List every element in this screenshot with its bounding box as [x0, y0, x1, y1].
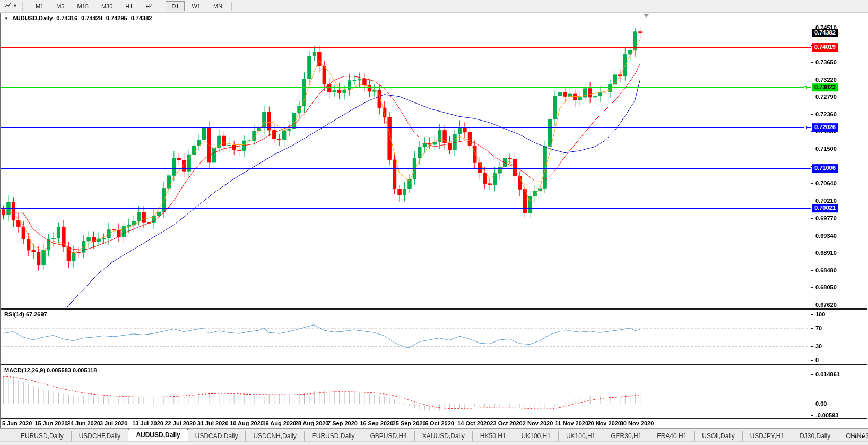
chart-symbol-label: AUDUSD,Daily: [12, 15, 53, 21]
hline-price-badge: 0.73023: [812, 83, 838, 92]
chart-low-value: 0.74295: [106, 15, 127, 21]
chart-tab-usdjpy-h1[interactable]: USDJPY,H1: [743, 431, 792, 441]
chart-open-value: 0.74316: [56, 15, 77, 21]
date-axis-label: 13 Jul 2020: [132, 420, 163, 426]
date-axis-label: 14 Oct 2020: [457, 420, 490, 426]
date-axis-label: 5 Jun 2020: [2, 420, 32, 426]
date-axis-label: 25 Sep 2020: [393, 420, 426, 426]
timeframe-button-m5[interactable]: M5: [50, 1, 70, 11]
chart-title-bar[interactable]: ▼ AUDUSD,Daily 0.74316 0.74428 0.74295 0…: [4, 15, 152, 21]
price-tick-label: 0.67620: [815, 302, 837, 308]
rsi-tick-label: 100: [815, 311, 825, 318]
macd-tick-label: 0.014861: [815, 371, 840, 378]
current-price-badge: 0.74382: [812, 29, 838, 37]
price-tick-label: 0.70640: [815, 180, 837, 186]
chart-dropdown-icon[interactable]: ▼: [4, 16, 8, 21]
date-axis-label: 22 Jul 2020: [165, 420, 196, 426]
hline-price-badge: 0.72026: [812, 123, 838, 132]
chart-close-value: 0.74382: [131, 15, 152, 21]
chart-canvas[interactable]: [0, 0, 868, 445]
rsi-label: RSI(14) 67.2697: [4, 311, 47, 318]
chart-tab-usdcnh-daily[interactable]: USDCNH,Daily: [246, 431, 304, 441]
date-axis-label: 31 Jul 2020: [197, 420, 229, 426]
chart-tab-bar: EURUSD,DailyUSDCHF,DailyAUDUSD,DailyUSDC…: [0, 428, 868, 441]
trading-platform-window: ▼ M1M5M15M30H1H4D1W1MN ▼ AUDUSD,Daily 0.…: [0, 0, 868, 445]
date-axis-label: 20 Nov 2020: [587, 420, 621, 426]
chart-tab-fra40-h1[interactable]: FRA40,H1: [649, 431, 695, 441]
rsi-tick-label: 0: [815, 357, 819, 363]
date-axis-label: 11 Nov 2020: [555, 420, 588, 426]
date-axis-label: 7 Sep 2020: [327, 420, 358, 426]
timeframe-button-m30[interactable]: M30: [96, 1, 118, 11]
date-axis-label: 5 Oct 2020: [425, 420, 454, 426]
date-axis-label: 15 Jun 2020: [34, 420, 67, 426]
timeframe-button-mn[interactable]: MN: [207, 1, 228, 11]
date-axis-label: 19 Aug 2020: [262, 420, 296, 426]
timeframe-button-d1[interactable]: D1: [166, 1, 185, 11]
trendline-tool-icon: [4, 2, 12, 11]
top-toolbar: ▼ M1M5M15M30H1H4D1W1MN: [0, 0, 868, 13]
chart-tab-usdcad-daily[interactable]: USDCAD,Daily: [188, 431, 246, 441]
chart-tab-audusd-daily[interactable]: AUDUSD,Daily: [128, 429, 188, 441]
chevron-down-icon: ▼: [13, 4, 18, 8]
date-axis-label: 23 Oct 2020: [490, 420, 523, 426]
price-tick-label: 0.69340: [815, 233, 837, 239]
toolbar-separator: [231, 2, 232, 11]
price-tick-label: 0.73650: [815, 59, 837, 65]
chart-shift-marker[interactable]: [644, 14, 649, 18]
panel-separator-main-rsi[interactable]: [1, 308, 867, 310]
rsi-tick-label: 70: [815, 325, 822, 331]
date-axis-label: 3 Jul 2020: [100, 420, 128, 426]
chart-tab-hk50-h1[interactable]: HK50,H1: [473, 431, 514, 441]
status-bar: [0, 441, 868, 445]
chart-tab-dj30-daily[interactable]: DJ30,Daily: [792, 431, 838, 441]
panel-separator-macd-timescale: [1, 418, 867, 419]
timeframe-button-m15[interactable]: M15: [71, 1, 94, 11]
rsi-tick-label: 30: [815, 343, 822, 349]
price-tick-label: 0.68050: [815, 284, 837, 290]
chart-tab-uk100-h1[interactable]: UK100,H1: [559, 431, 603, 441]
chart-tab-eurusd-daily[interactable]: EURUSD,Daily: [305, 431, 363, 441]
toolbar-grip: [22, 2, 25, 11]
chart-tab-usdchf-daily[interactable]: USDCHF,Daily: [72, 431, 129, 441]
date-axis-label: 16 Sep 2020: [360, 420, 393, 426]
price-tick-label: 0.71500: [815, 146, 837, 152]
chart-high-value: 0.74428: [81, 15, 102, 21]
price-axis-border: [811, 13, 811, 419]
hline-price-badge: 0.71006: [812, 165, 838, 173]
chart-tab-usoil-daily[interactable]: USOil,Daily: [695, 431, 742, 441]
price-tick-label: 0.69770: [815, 215, 837, 221]
macd-label: MACD(12,26,9) 0.005583 0.005118: [4, 367, 97, 373]
chart-tab-gbpusd-h4[interactable]: GBPUSD,H4: [362, 431, 414, 441]
date-axis-label: 2 Nov 2020: [523, 420, 553, 426]
date-axis-label: 28 Aug 2020: [295, 420, 329, 426]
tab-scroll-left-icon[interactable]: ◄: [852, 433, 857, 439]
date-axis-label: 24 Jun 2020: [67, 420, 100, 426]
macd-tick-label: 0.00: [815, 400, 827, 407]
chart-tab-xauusd-daily[interactable]: XAUUSD,Daily: [415, 431, 473, 441]
timeframe-button-h1[interactable]: H1: [119, 1, 138, 11]
timeframe-button-w1[interactable]: W1: [186, 1, 206, 11]
date-axis-label: 30 Nov 2020: [620, 420, 654, 426]
hline-price-badge: 0.74019: [812, 43, 838, 52]
panel-separator-rsi-macd[interactable]: [1, 364, 867, 365]
tab-scroll-right-icon[interactable]: ►: [861, 433, 866, 439]
toolbar-separator: [162, 2, 162, 11]
hline-price-badge: 0.70021: [812, 204, 838, 212]
price-tick-label: 0.68910: [815, 250, 837, 256]
date-axis-label: 10 Aug 2020: [230, 420, 264, 426]
timeframe-button-h4[interactable]: H4: [140, 1, 159, 11]
line-tools-button[interactable]: ▼: [2, 1, 20, 12]
timeframe-button-m1[interactable]: M1: [30, 1, 49, 11]
chart-tab-eurusd-daily[interactable]: EURUSD,Daily: [13, 431, 72, 441]
price-tick-label: 0.72360: [815, 111, 837, 117]
chart-tab-uk100-h1[interactable]: UK100,H1: [514, 431, 559, 441]
price-tick-label: 0.72790: [815, 93, 837, 100]
price-tick-label: 0.68480: [815, 267, 837, 273]
price-tick-label: 0.73220: [815, 76, 837, 83]
price-tick-label: 0.70210: [815, 198, 837, 204]
chart-tab-ger30-h1[interactable]: GER30,H1: [603, 431, 649, 441]
